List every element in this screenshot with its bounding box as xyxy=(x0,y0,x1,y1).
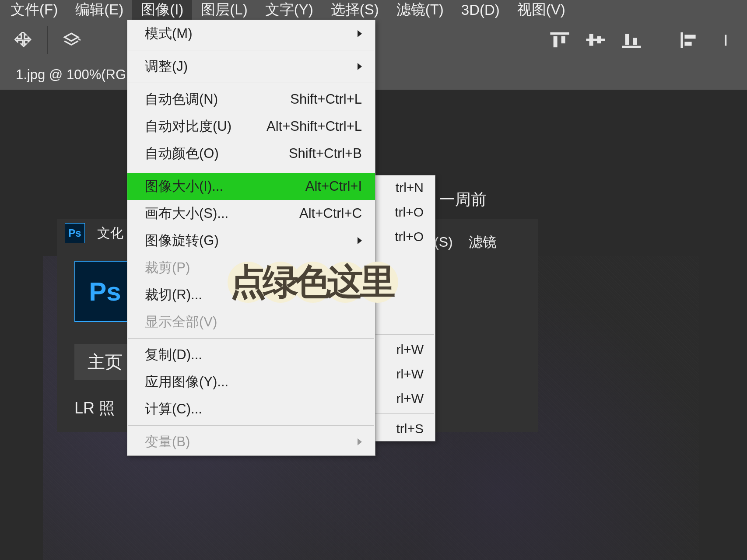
annotation-char: 色 xyxy=(295,258,331,306)
svg-rect-6 xyxy=(622,46,641,48)
align-left-icon[interactable] xyxy=(677,29,703,52)
menu-item-label: 裁剪(P) xyxy=(145,259,190,277)
annotation-bubble: 点 绿 色 这 里 xyxy=(232,258,394,306)
svg-rect-12 xyxy=(725,35,727,46)
menu-auto-tone[interactable]: 自动色调(N) Shift+Ctrl+L xyxy=(127,86,375,113)
menu-separator xyxy=(128,425,374,426)
svg-rect-1 xyxy=(554,36,558,47)
menu-item-label: 自动色调(N) xyxy=(145,90,218,108)
app-window: 文件(F) 编辑(E) 图像(I) 图层(L) 文字(Y) 选择(S) 滤镜(T… xyxy=(0,0,747,560)
svg-rect-7 xyxy=(625,34,629,45)
menu-shortcut: Alt+Ctrl+C xyxy=(299,206,362,221)
menu-image[interactable]: 图像(I) xyxy=(132,0,192,21)
menu-separator xyxy=(128,338,374,339)
menu-item-label: 复制(D)... xyxy=(145,346,202,364)
document-tab-label: 1.jpg @ 100%(RGI xyxy=(16,67,130,83)
submenu-arrow-icon xyxy=(358,30,362,37)
menu-layer[interactable]: 图层(L) xyxy=(192,0,256,21)
menu-select[interactable]: 选择(S) xyxy=(322,0,388,21)
menu-item-label: 计算(C)... xyxy=(145,400,202,418)
align-group xyxy=(547,29,739,52)
menu-apply-image[interactable]: 应用图像(Y)... xyxy=(127,368,375,396)
svg-rect-2 xyxy=(561,36,565,43)
svg-rect-5 xyxy=(597,36,601,43)
submenu-arrow-icon xyxy=(358,438,362,445)
ps-logo-icon: Ps xyxy=(65,223,85,243)
menu-separator xyxy=(128,170,374,170)
menu-auto-contrast[interactable]: 自动对比度(U) Alt+Shift+Ctrl+L xyxy=(127,113,375,140)
menu-calculations[interactable]: 计算(C)... xyxy=(127,396,375,423)
menu-file[interactable]: 文件(F) xyxy=(2,0,67,21)
menu-shortcut: Alt+Ctrl+I xyxy=(305,178,362,194)
menu-image-rotation[interactable]: 图像旋转(G) xyxy=(127,227,375,254)
menu-duplicate[interactable]: 复制(D)... xyxy=(127,341,375,368)
annotation-char: 点 xyxy=(230,258,266,306)
svg-rect-0 xyxy=(550,32,569,35)
menu-filter[interactable]: 滤镜(T) xyxy=(388,0,452,21)
align-top-icon[interactable] xyxy=(547,29,573,52)
menu-item-label: 变量(B) xyxy=(145,433,190,451)
image-dropdown-menu: 模式(M) 调整(J) 自动色调(N) Shift+Ctrl+L 自动对比度(U… xyxy=(127,20,375,456)
menu-item-label: 画布大小(S)... xyxy=(145,204,228,223)
menu-auto-color[interactable]: 自动颜色(O) Shift+Ctrl+B xyxy=(127,140,375,167)
ps-menu-item[interactable]: 文化 xyxy=(97,224,123,242)
menu-adjust[interactable]: 调整(J) xyxy=(127,53,375,80)
menubar: 文件(F) 编辑(E) 图像(I) 图层(L) 文字(Y) 选择(S) 滤镜(T… xyxy=(0,0,747,20)
menu-item-label: 应用图像(Y)... xyxy=(145,373,228,391)
menu-reveal-all: 显示全部(V) xyxy=(127,308,375,336)
submenu-arrow-icon xyxy=(358,237,362,244)
menu-view[interactable]: 视图(V) xyxy=(509,0,574,21)
ps-home-button[interactable]: 主页 xyxy=(74,344,136,380)
menu-item-label: 裁切(R)... xyxy=(145,286,202,304)
menu-item-label: 模式(M) xyxy=(145,24,192,43)
menu-shortcut: Shift+Ctrl+L xyxy=(290,91,362,107)
ps-logo-large-icon: Ps xyxy=(74,261,136,322)
menu-item-label: 图像大小(I)... xyxy=(145,177,223,196)
svg-rect-9 xyxy=(680,32,683,48)
svg-rect-4 xyxy=(589,34,593,46)
svg-rect-10 xyxy=(684,35,695,38)
menu-edit[interactable]: 编辑(E) xyxy=(67,0,132,21)
bg-menu-filter: 滤镜 xyxy=(469,233,497,252)
menu-image-size[interactable]: 图像大小(I)... Alt+Ctrl+I xyxy=(127,173,375,200)
menu-shortcut: Shift+Ctrl+B xyxy=(289,146,362,161)
move-tool-icon[interactable] xyxy=(8,24,39,56)
menu-item-label: 图像旋转(G) xyxy=(145,231,219,250)
submenu-arrow-icon xyxy=(358,63,362,70)
align-vcenter-icon[interactable] xyxy=(582,29,609,52)
menu-separator xyxy=(128,50,374,50)
menu-item-label: 显示全部(V) xyxy=(145,313,217,331)
toolbar-divider xyxy=(47,26,48,54)
align-hcenter-icon[interactable] xyxy=(713,29,739,52)
menu-3d[interactable]: 3D(D) xyxy=(452,0,509,20)
menu-item-label: 调整(J) xyxy=(145,57,188,76)
svg-rect-11 xyxy=(684,42,691,46)
svg-rect-3 xyxy=(586,38,605,41)
annotation-char: 里 xyxy=(360,258,396,306)
menu-text[interactable]: 文字(Y) xyxy=(256,0,322,21)
menu-item-label: 自动对比度(U) xyxy=(145,117,231,136)
svg-rect-8 xyxy=(633,38,637,45)
menu-mode[interactable]: 模式(M) xyxy=(127,20,375,47)
menu-shortcut: Alt+Shift+Ctrl+L xyxy=(267,119,362,134)
menu-canvas-size[interactable]: 画布大小(S)... Alt+Ctrl+C xyxy=(127,200,375,227)
menu-separator xyxy=(128,83,374,83)
annotation-char: 这 xyxy=(327,258,363,306)
time-label: 一周前 xyxy=(439,189,487,210)
align-bottom-icon[interactable] xyxy=(618,29,645,52)
annotation-char: 绿 xyxy=(263,258,298,306)
menu-variables: 变量(B) xyxy=(127,428,375,455)
layers-icon[interactable] xyxy=(56,24,87,56)
menu-item-label: 自动颜色(O) xyxy=(145,144,219,163)
